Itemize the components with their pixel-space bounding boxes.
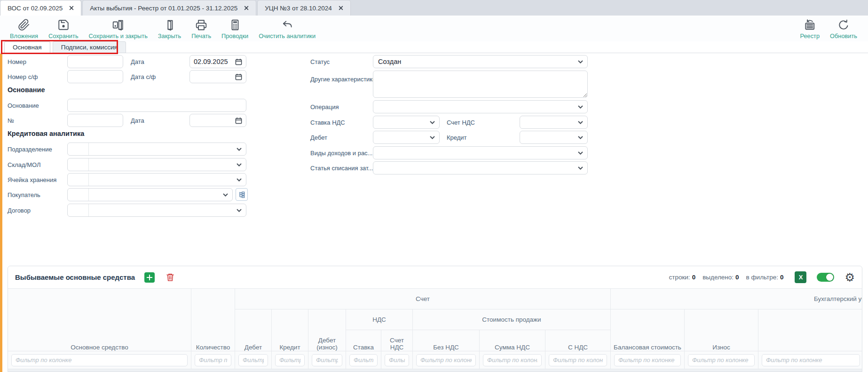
attachments-button[interactable]: Вложения — [5, 19, 43, 40]
door-icon — [163, 19, 175, 31]
other-characteristics-textarea[interactable] — [373, 71, 588, 98]
credit-select[interactable] — [520, 131, 588, 144]
grid-header-vat-amount[interactable]: Сумма НДС — [480, 330, 545, 351]
export-excel-button[interactable]: X — [795, 271, 806, 283]
vat-account-select[interactable] — [520, 116, 588, 129]
grid-header-fixed-asset[interactable]: Основное средство — [8, 289, 191, 351]
number-label: Номер — [8, 58, 26, 65]
income-expense-types-label: Виды доходов и рас... — [310, 150, 372, 157]
calendar-icon[interactable] — [235, 73, 242, 80]
filter-input-quantity[interactable] — [195, 354, 231, 366]
grid-header-debit[interactable]: Дебет — [235, 309, 272, 351]
chevron-down-icon — [237, 178, 242, 182]
close-button[interactable]: Закрыть — [153, 19, 186, 40]
buyer-select[interactable] — [67, 188, 233, 201]
tab-main[interactable]: Основная — [4, 41, 50, 53]
grid-header-with-vat[interactable]: С НДС — [545, 330, 611, 351]
chevron-down-icon — [237, 209, 242, 213]
number-input[interactable] — [67, 55, 123, 68]
calendar-icon[interactable] — [235, 117, 242, 124]
basis-label: Основание — [8, 102, 39, 109]
filter-input-debit-depreciation[interactable] — [312, 354, 342, 366]
grid-header-quantity[interactable]: Количество — [191, 289, 235, 351]
grid-header-depreciation[interactable]: Износ — [685, 309, 758, 351]
credit-analytics-section-header: Кредитовая аналитика — [8, 130, 84, 137]
date-input[interactable]: 02.09.2025 — [189, 55, 246, 68]
vat-rate-select[interactable] — [373, 116, 440, 129]
invoice-date-input[interactable] — [189, 70, 246, 83]
filter-input-with-vat[interactable] — [549, 354, 607, 366]
contract-select[interactable] — [67, 204, 246, 217]
invoice-date-label: Дата с/ф — [131, 73, 156, 80]
clear-analytics-button[interactable]: Очистить аналитики — [253, 19, 321, 40]
left-accent-bar — [0, 54, 2, 372]
window-tab-label: УЦН №3 от 28.10.2024 — [265, 5, 332, 12]
save-button[interactable]: Сохранить — [43, 19, 84, 40]
basis-input[interactable] — [67, 99, 246, 112]
chevron-down-icon — [578, 121, 583, 125]
grid-header-vat-account[interactable]: Счет НДС — [381, 330, 413, 351]
chevron-down-icon — [237, 163, 242, 167]
buyer-tree-picker-button[interactable] — [236, 188, 248, 201]
income-expense-types-select[interactable] — [373, 146, 588, 159]
date-label: Дата — [131, 58, 144, 65]
grid-header-table: Основное средство Количество Счет Бухгал… — [8, 288, 862, 369]
chevron-down-icon — [430, 136, 435, 140]
print-button[interactable]: Печать — [186, 19, 216, 40]
chevron-down-icon — [578, 60, 583, 64]
vat-rate-label: Ставка НДС — [310, 119, 345, 126]
grid-header-vat-rate[interactable]: Ставка — [346, 330, 381, 351]
filter-input-vat-amount[interactable] — [483, 354, 542, 366]
warehouse-label: Склад/МОЛ — [8, 161, 41, 168]
registry-button[interactable]: Реестр — [795, 19, 825, 40]
refresh-button[interactable]: Обновить — [825, 19, 862, 40]
window-tab-bar: ВОС от 02.09.2025 Акты выбытия - Реестр … — [0, 0, 868, 16]
basis-date-label: Дата — [131, 117, 144, 124]
tab-close-icon[interactable] — [339, 6, 343, 10]
debit-select[interactable] — [373, 131, 440, 144]
grid-header-debit-depreciation[interactable]: Дебет (износ) — [308, 309, 346, 351]
delete-row-button[interactable] — [166, 273, 174, 282]
invoice-number-input[interactable] — [67, 70, 123, 83]
basis-date-input[interactable] — [189, 114, 246, 127]
tab-close-icon[interactable] — [69, 6, 74, 10]
chevron-down-icon — [578, 151, 583, 155]
warehouse-select[interactable] — [67, 158, 246, 171]
window-tab-registry[interactable]: Акты выбытия - Реестр от 01.01.2025 - 31… — [82, 0, 256, 16]
grid-header-without-vat[interactable]: Без НДС — [413, 330, 480, 351]
filter-input-balance-value[interactable] — [614, 354, 681, 366]
operation-select[interactable] — [373, 100, 588, 113]
add-row-button[interactable] — [144, 272, 155, 283]
filter-input-vat-account[interactable] — [385, 354, 409, 366]
status-select[interactable]: Создан — [373, 55, 588, 68]
filter-toggle[interactable] — [817, 273, 834, 282]
storage-cell-select[interactable] — [67, 173, 246, 186]
calendar-icon[interactable] — [235, 58, 242, 65]
tab-close-icon[interactable] — [244, 6, 249, 10]
form-left-column: Номер Дата 02.09.2025 Номер с/ф Дата с/ф… — [8, 53, 248, 266]
filter-input-depreciation[interactable] — [688, 354, 755, 366]
postings-button[interactable]: Проводки — [216, 19, 253, 40]
basis-no-label: № — [8, 117, 14, 124]
grid-header-balance-value[interactable]: Балансовая стоимость — [611, 309, 685, 351]
save-close-icon — [112, 19, 124, 31]
grid-header-credit[interactable]: Кредит — [272, 309, 308, 351]
filter-input-fixed-asset[interactable] — [11, 354, 188, 366]
filter-input-credit[interactable] — [275, 354, 305, 366]
save-and-close-button[interactable]: Сохранить и закрыть — [84, 19, 153, 40]
gear-icon[interactable] — [844, 272, 855, 283]
filter-input-debit[interactable] — [238, 354, 268, 366]
toolbar: Вложения Сохранить Сохранить и закрыть З… — [0, 16, 868, 41]
basis-section-header: Основание — [8, 86, 45, 94]
department-select[interactable] — [67, 142, 246, 156]
filter-input-extra[interactable] — [762, 354, 860, 366]
tab-signatures-commission[interactable]: Подписи, комиссия — [53, 41, 126, 53]
window-tab-ucn[interactable]: УЦН №3 от 28.10.2024 — [257, 0, 351, 16]
basis-no-input[interactable] — [67, 114, 123, 127]
window-tab-document[interactable]: ВОС от 02.09.2025 — [0, 0, 81, 16]
form-right-column: Статус Создан Другие характеристики Опер… — [310, 53, 589, 266]
grid-title: Выбываемые основные средства — [15, 273, 135, 281]
filter-input-vat-rate[interactable] — [349, 354, 378, 366]
filter-input-without-vat[interactable] — [416, 354, 476, 366]
writeoff-item-select[interactable] — [373, 161, 588, 174]
